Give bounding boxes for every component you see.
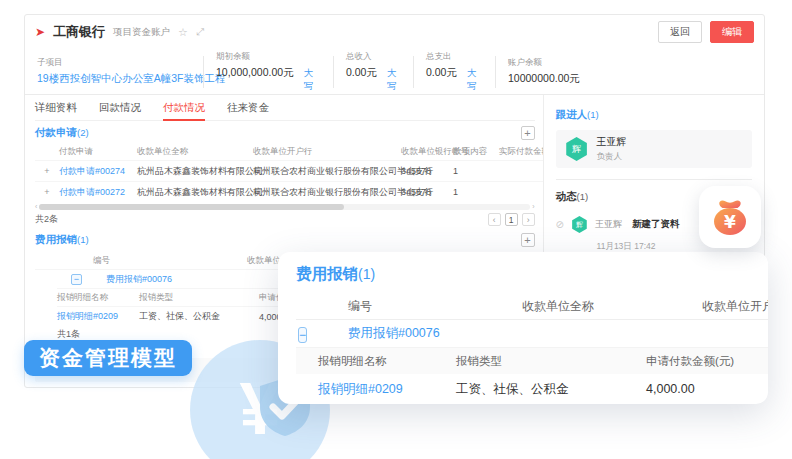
collapse-expander[interactable]: − [298, 327, 307, 343]
total-count: 共2条 [35, 213, 58, 226]
popup-subtable-header: 报销明细名称 报销类型 申请付款金额(元) [296, 348, 768, 374]
col-header: 收款单位全称 [522, 298, 702, 315]
pager-prev[interactable]: ‹ [488, 213, 501, 226]
expense-section-header: 费用报销(1) + [35, 228, 535, 252]
type-cell: 工资、社保、公积金 [456, 381, 646, 398]
back-button[interactable]: 返回 [658, 21, 702, 43]
collapse-expander[interactable]: − [71, 274, 82, 285]
col-header: 付款申请 [59, 146, 137, 158]
follower-name: 王亚辉 [597, 135, 627, 149]
field-opening-balance: 期初余额 10,000,000.00元 大写 [203, 56, 333, 88]
card-header: ➤ 工商银行 项目资金账户 ☆ ⤢ 返回 编辑 [25, 15, 764, 49]
account-balance-value: 10000000.00元 [508, 72, 580, 86]
payment-link[interactable]: 付款申请#00274 [59, 165, 137, 178]
expense-link[interactable]: 费用报销#00076 [106, 273, 172, 286]
expense-zoom-popup: 费用报销(1) 编号 收款单位全称 收款单位开户行 − 费用报销#00076 报… [278, 252, 768, 404]
type-cell: 工资、社保、公积金 [139, 310, 259, 323]
expand-icon[interactable]: ⤢ [196, 26, 204, 38]
field-label: 总收入 [346, 51, 401, 63]
detail-tabs: 详细资料 回款情况 付款情况 往来资金 [35, 95, 535, 121]
total-income-value: 0.00元 [346, 66, 377, 80]
activity-user: 王亚辉 [595, 218, 622, 231]
col-header: 编号 [61, 255, 247, 267]
uppercase-link[interactable]: 大写 [387, 67, 401, 93]
uppercase-link[interactable]: 大写 [304, 67, 321, 93]
page-title: 工商银行 [53, 23, 105, 41]
payment-section-title: 付款申请(2) [35, 126, 89, 140]
model-name-label: 资金管理模型 [24, 340, 192, 376]
payee-cell: 杭州品木森鑫装饰材料有限公司 [137, 165, 253, 178]
account-cell: 345678 [401, 187, 453, 197]
detail-link[interactable]: 报销明细#0209 [57, 310, 139, 323]
payee-cell: 杭州品木森鑫装饰材料有限公司 [137, 186, 253, 199]
activity-action: 新建了资料 [632, 218, 680, 231]
field-total-income: 总收入 0.00元 大写 [333, 56, 413, 88]
amount-cell: 4,000.00 [646, 382, 768, 396]
pager-next[interactable]: › [522, 213, 535, 226]
star-icon[interactable]: ☆ [178, 26, 188, 39]
account-cell: 345678 [401, 166, 453, 176]
avatar: 辉 [565, 137, 589, 161]
payment-link[interactable]: 付款申请#00272 [59, 186, 137, 199]
scroll-left-icon[interactable]: ‹ [35, 203, 37, 211]
col-header: 收款单位开户行 [253, 146, 401, 158]
horizontal-scrollbar: ‹ › [35, 203, 535, 211]
timeline-icon: ⊘ [556, 219, 564, 230]
pager-page-1[interactable]: 1 [505, 213, 518, 226]
bank-cell: 杭州联合农村商业银行股份有限公司半山支行 [253, 186, 401, 199]
expense-link[interactable]: 费用报销#00076 [332, 325, 522, 342]
popup-subtable-row: 报销明细#0209 工资、社保、公积金 4,000.00 [296, 374, 768, 404]
field-label: 账户余额 [508, 57, 580, 69]
popup-table: 编号 收款单位全称 收款单位开户行 − 费用报销#00076 报销明细名称 报销… [296, 294, 768, 404]
payment-row: + 付款申请#00272 杭州品木森鑫装饰材料有限公司 杭州联合农村商业银行股份… [35, 181, 543, 202]
field-sub-project: 子项目 19楼西投创智中心办公室A幢3F装饰工程 [25, 56, 203, 88]
total-expense-value: 0.00元 [426, 66, 457, 80]
col-header: 收款单位全称 [137, 146, 253, 158]
sub-project-link[interactable]: 19楼西投创智中心办公室A幢3F装饰工程 [37, 72, 225, 86]
payment-table-header: 付款申请 收款单位全称 收款单位开户行 收款单位银行帐号 款项内容 实际付款金额… [35, 143, 543, 160]
payment-row: + 付款申请#00274 杭州品木森鑫装饰材料有限公司 杭州联合农村商业银行股份… [35, 160, 543, 181]
avatar: 辉 [571, 216, 588, 233]
money-bag-icon: ¥ [708, 195, 752, 239]
follower-card[interactable]: 辉 王亚辉 负责人 [556, 130, 752, 168]
payment-totals: 共2条 ‹ 1 › [35, 212, 535, 226]
tab-payments[interactable]: 付款情况 [163, 95, 205, 121]
expense-section-title: 费用报销(1) [35, 233, 89, 247]
field-label: 期初余额 [216, 51, 321, 63]
scrollbar-thumb[interactable] [39, 204, 343, 210]
tab-details[interactable]: 详细资料 [35, 95, 77, 121]
col-header: 收款单位银行帐号 [401, 146, 453, 158]
add-expense-button[interactable]: + [521, 233, 535, 247]
col-header: 收款单位开户行 [702, 298, 768, 315]
uppercase-link[interactable]: 大写 [467, 67, 483, 93]
page-canvas: ➤ 工商银行 项目资金账户 ☆ ⤢ 返回 编辑 子项目 19楼西投创智中心办公室… [0, 0, 792, 459]
content-cell: 1 [453, 187, 499, 197]
tab-collections[interactable]: 回款情况 [99, 95, 141, 121]
field-total-expense: 总支出 0.00元 大写 [413, 56, 495, 88]
detail-link[interactable]: 报销明细#0209 [296, 381, 456, 398]
followers-title: 跟进人(1) [556, 108, 752, 122]
popup-expense-row: − 费用报销#00076 [296, 320, 768, 348]
tab-current-funds[interactable]: 往来资金 [227, 95, 269, 121]
popup-title: 费用报销(1) [296, 264, 750, 288]
money-bag-card: ¥ [699, 186, 761, 248]
row-expander[interactable]: + [35, 187, 59, 197]
edit-button[interactable]: 编辑 [710, 21, 754, 43]
page-subtitle: 项目资金账户 [113, 26, 170, 39]
row-expander[interactable]: + [35, 166, 59, 176]
summary-strip: 子项目 19楼西投创智中心办公室A幢3F装饰工程 期初余额 10,000,000… [25, 49, 764, 95]
field-account-balance: 账户余额 10000000.00元 [495, 56, 592, 88]
opening-balance-value: 10,000,000.00元 [216, 66, 294, 80]
payment-section-header: 付款申请(2) + [35, 123, 535, 143]
col-header: 编号 [332, 298, 522, 315]
add-payment-button[interactable]: + [521, 126, 535, 140]
content-cell: 1 [453, 166, 499, 176]
scroll-right-icon[interactable]: › [532, 203, 534, 211]
field-label: 总支出 [426, 51, 483, 63]
svg-text:¥: ¥ [724, 212, 736, 232]
sidebar-divider [556, 179, 752, 180]
payment-table: 付款申请 收款单位全称 收款单位开户行 收款单位银行帐号 款项内容 实际付款金额… [35, 143, 543, 202]
follower-role: 负责人 [597, 151, 627, 163]
bank-cell: 杭州联合农村商业银行股份有限公司半山支行 [253, 165, 401, 178]
app-logo-icon: ➤ [35, 25, 45, 39]
